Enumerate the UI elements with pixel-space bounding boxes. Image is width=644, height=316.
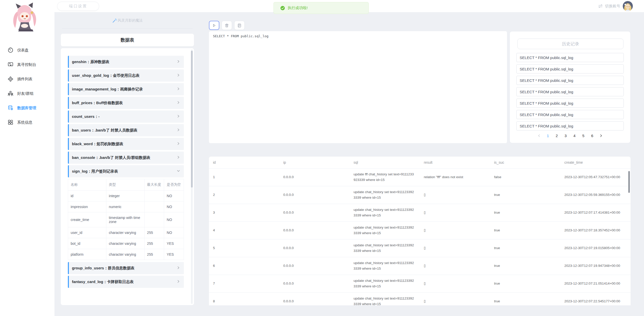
cell-create_time: 2023-12-30T12:07:17.414381+00:00 [560, 204, 631, 221]
clear-sql-button[interactable] [222, 21, 232, 30]
table-item-buff_prices[interactable]: buff_prices：Buff价格数据表 [68, 97, 184, 109]
cell-result: ▯ [420, 204, 490, 221]
schema-header-cell: 是否为空 [164, 179, 184, 191]
sidebar-item-system[interactable]: 系统信息 [0, 115, 54, 130]
table-item-black_word[interactable]: black_word：惩罚机制数据表 [68, 138, 184, 150]
results-header-sql: sql [349, 157, 420, 168]
log-book-button[interactable] [234, 21, 245, 30]
cell-create_time: 2023-12-30T12:07:19.947348+00:00 [560, 257, 631, 275]
cell-result: ▯ [420, 239, 490, 257]
schema-cell: NO [164, 201, 184, 212]
sidebar-item-database[interactable]: 数据库管理 [0, 101, 54, 115]
cell-id: 1 [209, 168, 279, 186]
sidebar-item-plugins[interactable]: 插件列表 [0, 72, 54, 86]
schema-row: create_timetimestamp with time zoneNO [68, 212, 184, 227]
schema-cell: timestamp with time zone [106, 212, 144, 227]
sidebar-item-dashboard[interactable]: 仪表盘 [0, 43, 54, 58]
sidebar-item-friends[interactable]: 好友/群组 [0, 86, 54, 101]
cell-sql: update chat_history set text=91112339233… [349, 292, 420, 305]
schema-row: idintegerNO [68, 191, 184, 201]
pagination-page-2[interactable]: 2 [554, 132, 560, 139]
tables-list: genshin：原神数据表user_shop_gold_log：金币使用日志表i… [68, 56, 184, 289]
pagination-page-1[interactable]: 1 [545, 132, 551, 139]
sql-editor[interactable]: SELECT * FROM public.sql_log [209, 31, 507, 143]
schema-cell: id [68, 191, 106, 201]
results-row: 70.0.0.0update chat_history set text=911… [209, 275, 631, 292]
table-item-fantasy_card_log[interactable]: fantasy_card_log：卡牌获取日志表 [68, 276, 184, 288]
history-item[interactable]: SELECT * FROM public.sql_log [516, 110, 624, 119]
cell-sql: update fff chat_history set text=9111233… [349, 168, 420, 186]
history-item[interactable]: SELECT * FROM public.sql_log [516, 99, 624, 108]
schema-cell: character varying [106, 238, 144, 249]
pagination-page-4[interactable]: 4 [572, 132, 577, 139]
history-list: SELECT * FROM public.sql_logSELECT * FRO… [516, 53, 624, 133]
chevron-right-icon [177, 142, 180, 145]
database-icon [8, 105, 13, 111]
pagination-prev-button[interactable] [536, 132, 542, 139]
tables-scrollbar-thumb[interactable] [191, 51, 193, 188]
results-row: 80.0.0.0update chat_history set text=911… [209, 292, 631, 305]
chevron-right-icon [177, 73, 180, 77]
schema-row: impressionnumericNO [68, 201, 184, 212]
cell-is_suc: true [490, 204, 560, 221]
run-sql-button[interactable] [209, 21, 219, 30]
app-root: 仪表盘真寻控制台插件列表好友/群组数据库管理系统信息 端口设置 切换账号 [0, 0, 644, 316]
table-item-label: black_word：惩罚机制数据表 [72, 142, 123, 146]
table-item-ban_console[interactable]: ban_console：.ban/b了 封禁人员/群组数据表 [68, 152, 184, 164]
success-check-icon [280, 6, 285, 10]
results-header-is_suc: is_suc [490, 157, 560, 168]
chevron-right-icon [177, 60, 180, 63]
sidebar-item-label: 系统信息 [17, 120, 32, 125]
history-item[interactable]: SELECT * FROM public.sql_log [516, 64, 624, 73]
pagination-page-3[interactable]: 3 [563, 132, 569, 139]
cell-create_time: 2023-12-30T12:07:19.015805+00:00 [560, 239, 631, 257]
table-item-label: image_management_log：画廊操作记录 [72, 87, 143, 92]
history-item[interactable]: SELECT * FROM public.sql_log [516, 53, 624, 62]
schema-cell: character varying [106, 249, 144, 260]
schema-cell [144, 212, 164, 227]
schema-table: 名称类型最大长度是否为空idintegerNOimpressionnumeric… [68, 179, 184, 260]
pagination-page-5[interactable]: 5 [581, 132, 586, 139]
results-table-body: 10.0.0.0update fff chat_history set text… [209, 168, 631, 305]
table-item-image_management_log[interactable]: image_management_log：画廊操作记录 [68, 83, 184, 95]
chibi-mascot-icon [11, 2, 39, 34]
pagination-next-button[interactable] [598, 132, 604, 139]
cell-is_suc: true [490, 239, 560, 257]
schema-cell [144, 191, 164, 201]
chevron-left-icon [537, 134, 541, 138]
user-avatar[interactable] [623, 1, 633, 11]
table-item-sign_log[interactable]: sign_log：用户签到记录表 [68, 165, 184, 177]
results-header-create_time: create_time [560, 157, 631, 168]
sidebar-item-console[interactable]: 真寻控制台 [0, 58, 54, 72]
schema-cell: YES [164, 249, 184, 260]
cell-ip: 0.0.0.0 [279, 186, 350, 204]
port-settings-button[interactable]: 端口设置 [57, 2, 99, 10]
table-item-group_info_users[interactable]: group_info_users：群员信息数据表 [68, 262, 184, 274]
table-item-genshin[interactable]: genshin：原神数据表 [68, 56, 184, 68]
table-item-label: sign_log：用户签到记录表 [72, 169, 118, 174]
swap-arrows-icon [598, 4, 603, 8]
table-item-ban_users[interactable]: ban_users：.ban/b了 封禁人员数据表 [68, 124, 184, 136]
history-title: 历史记录 [517, 39, 623, 49]
table-item-label: genshin：原神数据表 [72, 60, 109, 64]
success-toast: 执行成功啦! [274, 2, 369, 14]
pagination-page-6[interactable]: 6 [590, 132, 595, 139]
sidebar: 仪表盘真寻控制台插件列表好友/群组数据库管理系统信息 [0, 0, 54, 316]
chevron-right-icon [177, 280, 180, 283]
history-item[interactable]: SELECT * FROM public.sql_log [516, 121, 624, 131]
cell-ip: 0.0.0.0 [279, 292, 350, 305]
switch-account-button[interactable]: 切换账号 [598, 4, 620, 9]
tables-panel: genshin：原神数据表user_shop_gold_log：金币使用日志表i… [61, 48, 194, 305]
results-row: 10.0.0.0update fff chat_history set text… [209, 168, 631, 186]
cell-ip: 0.0.0.0 [279, 257, 350, 275]
chevron-right-icon [599, 134, 603, 138]
table-item-count_users[interactable]: count_users：- [68, 110, 184, 123]
history-item[interactable]: SELECT * FROM public.sql_log [516, 76, 624, 85]
cell-is_suc: true [490, 275, 560, 292]
schema-header-cell: 类型 [106, 179, 144, 191]
sidebar-item-label: 数据库管理 [17, 106, 36, 110]
history-item[interactable]: SELECT * FROM public.sql_log [516, 87, 624, 96]
table-item-user_shop_gold_log[interactable]: user_shop_gold_log：金币使用日志表 [68, 69, 184, 82]
chevron-right-icon [177, 87, 180, 91]
results-scrollbar-thumb[interactable] [628, 171, 630, 193]
